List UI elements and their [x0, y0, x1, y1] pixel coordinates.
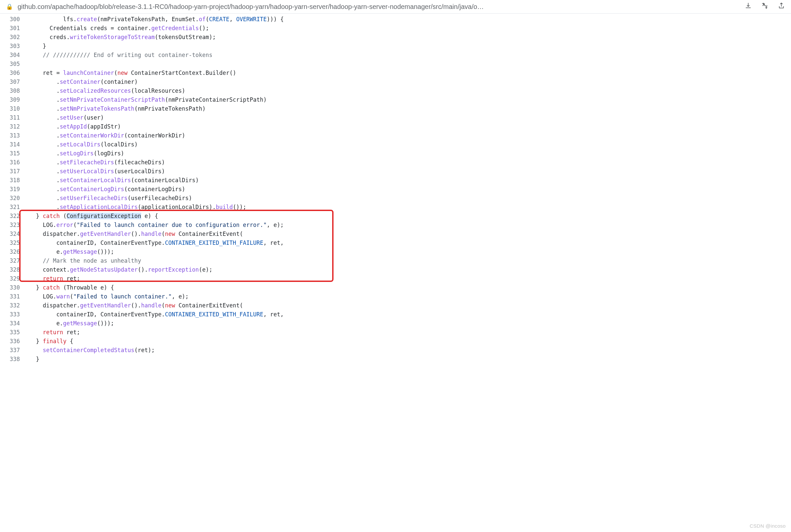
share-icon[interactable]: [778, 2, 785, 11]
code-line[interactable]: 320 .setUserFilecacheDirs(userFilecacheD…: [0, 194, 791, 203]
code-line[interactable]: 310 .setNmPrivateTokensPath(nmPrivateTok…: [0, 104, 791, 113]
line-number[interactable]: 329: [0, 274, 29, 283]
code-line[interactable]: 319 .setContainerLogDirs(containerLogDir…: [0, 185, 791, 194]
line-number[interactable]: 318: [0, 176, 29, 185]
line-number[interactable]: 311: [0, 113, 29, 122]
code-line[interactable]: 333 containerID, ContainerEventType.CONT…: [0, 310, 791, 319]
line-content: }: [29, 42, 46, 51]
line-content: ret = launchContainer(new ContainerStart…: [29, 69, 236, 77]
code-line[interactable]: 307 .setContainer(container): [0, 77, 791, 87]
code-line[interactable]: 322 } catch (ConfigurationException e) {: [0, 212, 791, 221]
line-number[interactable]: 321: [0, 203, 29, 212]
browser-toolbar: 🔒 github.com/apache/hadoop/blob/release-…: [0, 0, 791, 14]
code-viewer[interactable]: 300 lfs.create(nmPrivateTokensPath, Enum…: [0, 14, 791, 364]
code-line[interactable]: 326 e.getMessage()));: [0, 247, 791, 256]
code-line[interactable]: 324 dispatcher.getEventHandler().handle(…: [0, 230, 791, 239]
line-number[interactable]: 313: [0, 131, 29, 140]
line-number[interactable]: 327: [0, 256, 29, 265]
line-content: }: [29, 355, 39, 364]
line-content: .setUserLocalDirs(userLocalDirs): [29, 167, 165, 176]
line-number[interactable]: 307: [0, 77, 29, 87]
line-number[interactable]: 303: [0, 42, 29, 51]
line-number[interactable]: 316: [0, 158, 29, 167]
code-line[interactable]: 331 LOG.warn("Failed to launch container…: [0, 292, 791, 301]
line-number[interactable]: 335: [0, 328, 29, 337]
code-line[interactable]: 327 // Mark the node as unhealthy: [0, 256, 791, 265]
line-number[interactable]: 323: [0, 221, 29, 230]
line-number[interactable]: 331: [0, 292, 29, 301]
line-number[interactable]: 304: [0, 51, 29, 60]
line-number[interactable]: 320: [0, 194, 29, 203]
line-number[interactable]: 326: [0, 247, 29, 256]
line-content: .setNmPrivateTokensPath(nmPrivateTokensP…: [29, 104, 205, 113]
code-line[interactable]: 305: [0, 60, 791, 69]
line-content: dispatcher.getEventHandler().handle(new …: [29, 301, 243, 310]
code-line[interactable]: 312 .setAppId(appIdStr): [0, 122, 791, 131]
line-content: } catch (Throwable e) {: [29, 283, 114, 292]
code-line[interactable]: 304 // /////////// End of writing out co…: [0, 51, 791, 60]
line-number[interactable]: 332: [0, 301, 29, 310]
line-number[interactable]: 317: [0, 167, 29, 176]
line-number[interactable]: 330: [0, 283, 29, 292]
code-line[interactable]: 317 .setUserLocalDirs(userLocalDirs): [0, 167, 791, 176]
line-content: .setLogDirs(logDirs): [29, 149, 124, 158]
line-number[interactable]: 302: [0, 33, 29, 42]
code-line[interactable]: 306 ret = launchContainer(new ContainerS…: [0, 69, 791, 77]
line-content: return ret;: [29, 274, 80, 283]
line-number[interactable]: 301: [0, 24, 29, 33]
code-line[interactable]: 311 .setUser(user): [0, 113, 791, 122]
line-content: .setContainer(container): [29, 77, 138, 87]
code-line[interactable]: 302 creds.writeTokenStorageToStream(toke…: [0, 33, 791, 42]
code-line[interactable]: 329 return ret;: [0, 274, 791, 283]
code-line[interactable]: 309 .setNmPrivateContainerScriptPath(nmP…: [0, 95, 791, 104]
code-line[interactable]: 325 containerID, ContainerEventType.CONT…: [0, 239, 791, 247]
line-number[interactable]: 314: [0, 140, 29, 149]
code-line[interactable]: 321 .setApplicationLocalDirs(application…: [0, 203, 791, 212]
line-number[interactable]: 324: [0, 230, 29, 239]
code-line[interactable]: 334 e.getMessage()));: [0, 319, 791, 328]
code-line[interactable]: 303 }: [0, 42, 791, 51]
line-content: .setUserFilecacheDirs(userFilecacheDirs): [29, 194, 192, 203]
code-line[interactable]: 335 return ret;: [0, 328, 791, 337]
line-content: .setAppId(appIdStr): [29, 122, 121, 131]
line-number[interactable]: 315: [0, 149, 29, 158]
line-number[interactable]: 338: [0, 355, 29, 364]
line-number[interactable]: 309: [0, 95, 29, 104]
line-number[interactable]: 305: [0, 60, 29, 69]
code-line[interactable]: 301 Credentials creds = container.getCre…: [0, 24, 791, 33]
code-line[interactable]: 314 .setLocalDirs(localDirs): [0, 140, 791, 149]
line-number[interactable]: 306: [0, 69, 29, 77]
translate-icon[interactable]: [761, 2, 769, 11]
code-line[interactable]: 313 .setContainerWorkDir(containerWorkDi…: [0, 131, 791, 140]
code-line[interactable]: 328 context.getNodeStatusUpdater().repor…: [0, 265, 791, 274]
code-line[interactable]: 337 setContainerCompletedStatus(ret);: [0, 346, 791, 355]
code-line[interactable]: 323 LOG.error("Failed to launch containe…: [0, 221, 791, 230]
line-number[interactable]: 337: [0, 346, 29, 355]
install-icon[interactable]: [744, 2, 752, 11]
line-content: context.getNodeStatusUpdater().reportExc…: [29, 265, 213, 274]
line-number[interactable]: 328: [0, 265, 29, 274]
line-number[interactable]: 322: [0, 212, 29, 221]
code-line[interactable]: 316 .setFilecacheDirs(filecacheDirs): [0, 158, 791, 167]
line-number[interactable]: 333: [0, 310, 29, 319]
code-line[interactable]: 300 lfs.create(nmPrivateTokensPath, Enum…: [0, 15, 791, 24]
line-number[interactable]: 325: [0, 239, 29, 247]
line-number[interactable]: 312: [0, 122, 29, 131]
code-line[interactable]: 318 .setContainerLocalDirs(containerLoca…: [0, 176, 791, 185]
line-content: .setFilecacheDirs(filecacheDirs): [29, 158, 165, 167]
line-number[interactable]: 300: [0, 15, 29, 24]
code-line[interactable]: 308 .setLocalizedResources(localResource…: [0, 87, 791, 95]
code-line[interactable]: 332 dispatcher.getEventHandler().handle(…: [0, 301, 791, 310]
code-line[interactable]: 330 } catch (Throwable e) {: [0, 283, 791, 292]
line-number[interactable]: 319: [0, 185, 29, 194]
line-number[interactable]: 310: [0, 104, 29, 113]
line-number[interactable]: 336: [0, 337, 29, 346]
code-line[interactable]: 338 }: [0, 355, 791, 364]
line-content: e.getMessage()));: [29, 319, 114, 328]
code-line[interactable]: 336 } finally {: [0, 337, 791, 346]
line-number[interactable]: 308: [0, 87, 29, 95]
url-bar[interactable]: github.com/apache/hadoop/blob/release-3.…: [18, 3, 740, 11]
line-content: .setNmPrivateContainerScriptPath(nmPriva…: [29, 95, 266, 104]
code-line[interactable]: 315 .setLogDirs(logDirs): [0, 149, 791, 158]
line-number[interactable]: 334: [0, 319, 29, 328]
